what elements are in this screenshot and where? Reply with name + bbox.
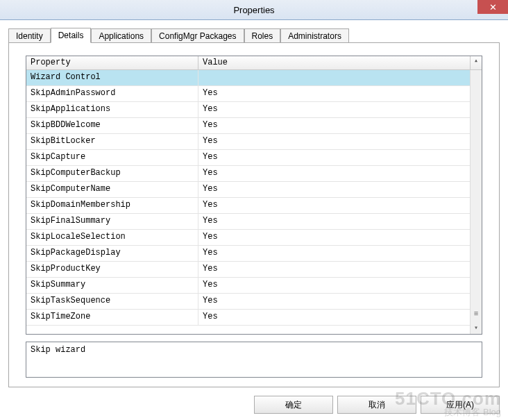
dialog-button-row: 确定 取消 应用(A) xyxy=(254,396,500,414)
table-row[interactable]: SkipApplicationsYes xyxy=(26,102,471,118)
cell-value: Yes xyxy=(198,310,471,325)
cell-value: Yes xyxy=(198,118,471,133)
cell-property: SkipTaskSequence xyxy=(26,294,198,309)
cell-value: Yes xyxy=(198,230,471,245)
cell-property: SkipSummary xyxy=(26,278,198,293)
close-icon: ✕ xyxy=(489,2,497,12)
cell-value: Yes xyxy=(198,102,471,117)
table-row[interactable]: SkipPackageDisplayYes xyxy=(26,246,471,262)
tab-details[interactable]: Details xyxy=(51,28,92,43)
tab-configmgr-packages[interactable]: ConfigMgr Packages xyxy=(151,28,244,43)
column-header-property[interactable]: Property xyxy=(26,56,198,70)
table-row[interactable]: SkipTimeZoneYes xyxy=(26,310,471,326)
table-row[interactable]: SkipBDDWelcomeYes xyxy=(26,118,471,134)
cell-property: SkipBitLocker xyxy=(26,134,198,149)
tab-roles[interactable]: Roles xyxy=(244,28,281,43)
cell-value: Yes xyxy=(198,166,471,181)
cell-value: Yes xyxy=(198,182,471,197)
table-row[interactable]: SkipDomainMembershipYes xyxy=(26,198,471,214)
tab-strip: IdentityDetailsApplicationsConfigMgr Pac… xyxy=(8,27,349,42)
cell-property: SkipCapture xyxy=(26,150,198,165)
table-header: Property Value ▴ xyxy=(26,56,482,70)
cell-value: Yes xyxy=(198,134,471,149)
table-rows: Wizard ControlSkipAdminPasswordYesSkipAp… xyxy=(26,70,471,334)
table-row[interactable]: SkipTaskSequenceYes xyxy=(26,294,471,310)
cell-value: Yes xyxy=(198,150,471,165)
vertical-scrollbar[interactable]: ≡ ▾ xyxy=(470,70,482,334)
table-row[interactable]: SkipLocaleSelectionYes xyxy=(26,230,471,246)
cell-value: Yes xyxy=(198,294,471,309)
cell-property: SkipComputerBackup xyxy=(26,166,198,181)
table-row[interactable]: SkipBitLockerYes xyxy=(26,134,471,150)
tab-identity[interactable]: Identity xyxy=(8,28,51,43)
cancel-button[interactable]: 取消 xyxy=(337,396,416,414)
cell-property: SkipPackageDisplay xyxy=(26,246,198,261)
dialog-body: IdentityDetailsApplicationsConfigMgr Pac… xyxy=(0,20,508,420)
scrollbar-grip-icon[interactable]: ≡ xyxy=(472,309,480,319)
column-header-value[interactable]: Value xyxy=(198,56,471,70)
tab-applications[interactable]: Applications xyxy=(91,28,151,43)
cell-value: Yes xyxy=(198,262,471,277)
cell-value: Yes xyxy=(198,86,471,101)
cell-property: SkipProductKey xyxy=(26,262,198,277)
table-row[interactable]: SkipProductKeyYes xyxy=(26,262,471,278)
table-row[interactable]: SkipComputerBackupYes xyxy=(26,166,471,182)
table-row[interactable]: SkipFinalSummaryYes xyxy=(26,214,471,230)
window-title: Properties xyxy=(233,5,274,15)
cell-property: SkipLocaleSelection xyxy=(26,230,198,245)
cell-property: SkipTimeZone xyxy=(26,310,198,325)
properties-table: Property Value ▴ Wizard ControlSkipAdmin… xyxy=(26,56,482,335)
cell-property: SkipBDDWelcome xyxy=(26,118,198,133)
tab-panel-details: Property Value ▴ Wizard ControlSkipAdmin… xyxy=(8,42,500,387)
cell-value: Yes xyxy=(198,198,471,213)
cell-property: Wizard Control xyxy=(26,70,198,85)
cell-value: Yes xyxy=(198,278,471,293)
scroll-down-icon[interactable]: ▾ xyxy=(472,323,480,333)
cell-property: SkipAdminPassword xyxy=(26,86,198,101)
cell-property: SkipFinalSummary xyxy=(26,214,198,229)
title-bar: Properties ✕ xyxy=(0,0,508,20)
cell-value xyxy=(198,70,471,85)
table-row[interactable]: SkipAdminPasswordYes xyxy=(26,86,471,102)
table-row[interactable]: SkipSummaryYes xyxy=(26,278,471,294)
table-row[interactable]: Wizard Control xyxy=(26,70,471,86)
cell-value: Yes xyxy=(198,214,471,229)
cell-property: SkipDomainMembership xyxy=(26,198,198,213)
detail-textbox[interactable]: Skip wizard xyxy=(26,342,482,378)
close-button[interactable]: ✕ xyxy=(477,0,508,14)
cell-property: SkipComputerName xyxy=(26,182,198,197)
table-row[interactable]: SkipComputerNameYes xyxy=(26,182,471,198)
tab-administrators[interactable]: Administrators xyxy=(280,28,349,43)
cell-property: SkipApplications xyxy=(26,102,198,117)
ok-button[interactable]: 确定 xyxy=(254,396,333,414)
table-row[interactable]: SkipCaptureYes xyxy=(26,150,471,166)
apply-button[interactable]: 应用(A) xyxy=(421,396,500,414)
cell-value: Yes xyxy=(198,246,471,261)
scroll-up-icon[interactable]: ▴ xyxy=(471,56,482,70)
